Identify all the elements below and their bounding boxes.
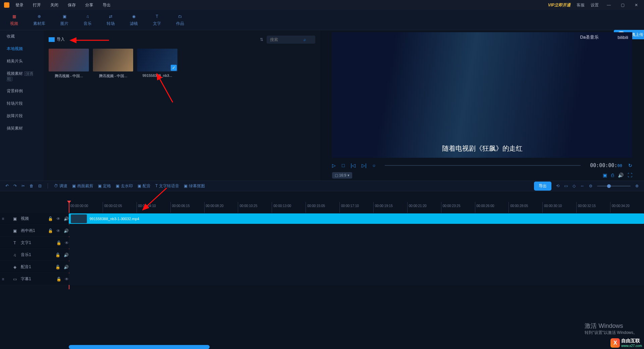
- snapshot-icon[interactable]: ▣: [603, 172, 607, 178]
- cat-transition-clip[interactable]: 转场片段: [0, 97, 44, 110]
- timeline-tracks: ≡ ▣ 视频 🔓 👁 🔊 991558388_nb3-1-30032.mp4 ▣…: [0, 213, 644, 285]
- preview-panel: ∞ 拖拽上传 Da圣音乐 bilibili 随着电视剧《狂飙》的走红 ▷ □ |…: [320, 30, 644, 181]
- music-icon: ♫: [84, 13, 91, 19]
- stop-icon[interactable]: □: [342, 163, 344, 168]
- cat-video-material[interactable]: 视频素材(非商用): [0, 67, 44, 85]
- horizontal-scrollbar[interactable]: [69, 345, 210, 349]
- video-clip[interactable]: 991558388_nb3-1-30032.mp4: [69, 213, 644, 224]
- tab-works[interactable]: 🗀 作品: [176, 13, 184, 27]
- search-input[interactable]: [270, 37, 304, 42]
- site-watermark: X 自由互联 www.x27.com: [610, 338, 642, 348]
- open-menu[interactable]: 打开: [33, 2, 41, 8]
- settings-link[interactable]: 设置: [591, 2, 599, 8]
- cat-local-video[interactable]: 本地视频: [0, 43, 44, 55]
- speed-button[interactable]: ⏱ 调速: [54, 183, 67, 189]
- mute-icon[interactable]: 🔊: [64, 216, 69, 221]
- undo-icon[interactable]: ↶: [5, 184, 9, 188]
- freeze-button[interactable]: ▣ 定格: [98, 183, 111, 189]
- kefu-link[interactable]: 客服: [577, 2, 585, 8]
- vip-link[interactable]: VIP立即开通: [548, 2, 571, 8]
- cut-icon[interactable]: ✂: [21, 184, 25, 188]
- lock-icon[interactable]: 🔓: [48, 229, 53, 233]
- text-track-icon: T: [12, 241, 17, 245]
- aspect-ratio-button[interactable]: ▢ 16:9 ▾: [332, 172, 352, 179]
- tab-text[interactable]: T 文字: [153, 13, 161, 27]
- maximize-icon[interactable]: ▢: [619, 3, 627, 7]
- rect-icon[interactable]: ▭: [564, 184, 568, 188]
- mute-icon[interactable]: 🔊: [64, 253, 69, 257]
- next-frame-icon[interactable]: ▷|: [362, 163, 367, 168]
- tab-material[interactable]: ⊕ 素材库: [33, 13, 45, 27]
- volume-icon[interactable]: 🔊: [618, 172, 624, 178]
- media-thumb-0[interactable]: 腾讯视频 - 中国...: [49, 49, 89, 79]
- search-icon[interactable]: ⌕: [304, 37, 306, 42]
- import-button[interactable]: 导入: [49, 37, 65, 42]
- zoom-out-icon[interactable]: ⊖: [589, 184, 592, 188]
- tab-transition[interactable]: ⇄ 转场: [107, 13, 115, 27]
- sort-icon[interactable]: ⇅: [260, 37, 263, 42]
- loop-icon[interactable]: ↻: [628, 163, 632, 168]
- dub-button[interactable]: ▣ 配音: [138, 183, 151, 189]
- folder-icon: 🗀: [176, 13, 184, 19]
- minimize-icon[interactable]: —: [605, 3, 613, 7]
- zoom-fit-icon[interactable]: ⟲: [556, 184, 559, 188]
- lock-icon[interactable]: 🔓: [48, 216, 53, 221]
- cat-favorite[interactable]: 收藏: [0, 30, 44, 43]
- camera-icon[interactable]: ⎙: [611, 172, 614, 178]
- transition-icon: ⇄: [107, 13, 114, 19]
- close-icon[interactable]: ✕: [633, 3, 640, 7]
- cat-bg-sample[interactable]: 背景样例: [0, 85, 44, 97]
- tracks-collapse-icon[interactable]: ≡: [0, 213, 6, 225]
- cat-fault-clip[interactable]: 故障片段: [0, 110, 44, 122]
- lock-icon[interactable]: 🔓: [55, 265, 60, 269]
- eye-icon[interactable]: 👁: [56, 216, 60, 221]
- mute-icon[interactable]: 🔊: [64, 265, 69, 269]
- media-thumb-2[interactable]: ✓ 991558388_nb3...: [137, 49, 177, 79]
- export-menu[interactable]: 导出: [103, 2, 111, 8]
- media-thumb-1[interactable]: 腾讯视频 - 中国...: [93, 49, 133, 79]
- arrows-icon[interactable]: ↔: [580, 184, 584, 188]
- tab-music[interactable]: ♫ 音乐: [84, 13, 92, 27]
- tab-filter[interactable]: ◉ 滤镜: [130, 13, 138, 27]
- tracks-expand-icon[interactable]: ≡: [0, 273, 6, 285]
- check-icon: ✓: [171, 65, 177, 71]
- greenscreen-button[interactable]: ▣ 绿幕抠图: [184, 183, 205, 189]
- eye-icon[interactable]: 👁: [65, 241, 69, 245]
- progress-bar[interactable]: [385, 165, 581, 166]
- export-button[interactable]: 导出: [534, 182, 551, 191]
- split-icon[interactable]: ⊟: [38, 184, 42, 188]
- image-icon: ▣: [61, 13, 68, 19]
- record-icon[interactable]: ○: [373, 163, 375, 168]
- diamond-icon[interactable]: ◇: [573, 184, 576, 188]
- preview-watermark-left: Da圣音乐: [580, 34, 599, 40]
- zoom-in-icon[interactable]: ⊕: [635, 184, 639, 188]
- tab-video[interactable]: ▦ 视频: [10, 13, 18, 27]
- lock-icon[interactable]: 🔓: [56, 241, 61, 245]
- eye-icon[interactable]: 👁: [56, 229, 60, 233]
- watermark-button[interactable]: ▣ 去水印: [116, 183, 133, 189]
- mute-icon[interactable]: 🔊: [64, 229, 69, 233]
- delete-icon[interactable]: 🗑: [30, 184, 34, 188]
- crop-button[interactable]: ▣ 画面裁剪: [72, 183, 93, 189]
- login-button[interactable]: 登录: [15, 2, 23, 8]
- cat-funny-material[interactable]: 搞笑素材: [0, 122, 44, 135]
- share-menu[interactable]: 分享: [85, 2, 93, 8]
- play-icon[interactable]: ▷: [332, 163, 336, 168]
- lock-icon[interactable]: 🔓: [56, 277, 61, 282]
- video-track-icon: ▣: [12, 216, 17, 221]
- zoom-slider[interactable]: [597, 186, 631, 187]
- search-box[interactable]: ⌕: [267, 36, 315, 44]
- timeline-ruler[interactable]: 00:00:00:0000:00:02:0500:00:04:1000:00:0…: [69, 202, 644, 213]
- prev-frame-icon[interactable]: |◁: [351, 163, 356, 168]
- lock-icon[interactable]: 🔓: [55, 253, 60, 257]
- redo-icon[interactable]: ↷: [13, 184, 17, 188]
- video-preview[interactable]: Da圣音乐 bilibili 随着电视剧《狂飙》的走红: [332, 32, 632, 158]
- tab-image[interactable]: ▣ 图片: [60, 13, 68, 27]
- tts-button[interactable]: T 文字转语音: [155, 183, 179, 189]
- cat-fine-opening[interactable]: 精美片头: [0, 55, 44, 67]
- close-menu[interactable]: 关闭: [50, 2, 58, 8]
- track-dub-label: 配音1: [21, 264, 52, 270]
- fullscreen-icon[interactable]: ⛶: [628, 172, 632, 178]
- save-menu[interactable]: 保存: [68, 2, 76, 8]
- eye-icon[interactable]: 👁: [65, 277, 69, 282]
